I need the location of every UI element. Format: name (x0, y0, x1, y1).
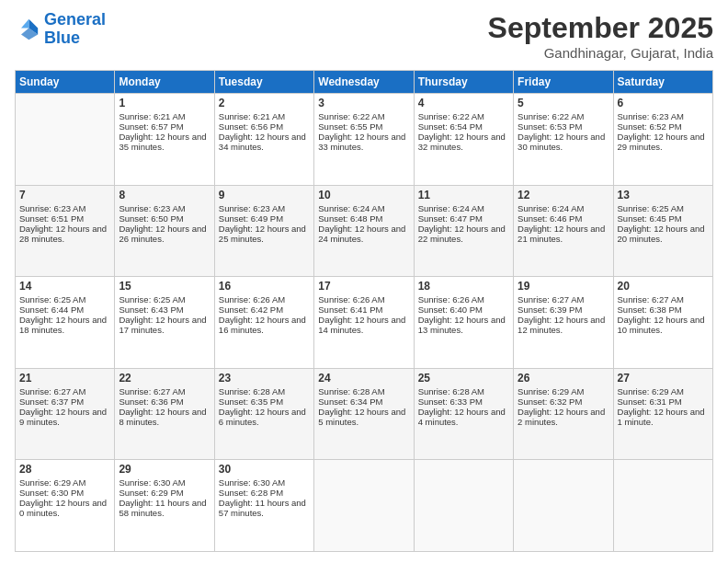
calendar-header-row: Sunday Monday Tuesday Wednesday Thursday… (16, 71, 713, 94)
sunrise-text: Sunrise: 6:27 AM (618, 294, 684, 304)
sunrise-text: Sunrise: 6:28 AM (318, 386, 384, 396)
table-row (414, 460, 513, 552)
col-saturday: Saturday (613, 71, 712, 94)
sunrise-text: Sunrise: 6:29 AM (518, 386, 584, 396)
daylight-text: Daylight: 12 hours and 30 minutes. (518, 132, 605, 152)
sunset-text: Sunset: 6:43 PM (119, 304, 183, 315)
table-row: 5Sunrise: 6:22 AMSunset: 6:53 PMDaylight… (514, 94, 613, 186)
table-row: 7Sunrise: 6:23 AMSunset: 6:51 PMDaylight… (16, 185, 115, 277)
daylight-text: Daylight: 11 hours and 57 minutes. (219, 498, 306, 518)
daylight-text: Daylight: 12 hours and 12 minutes. (518, 315, 605, 335)
table-row: 1Sunrise: 6:21 AMSunset: 6:57 PMDaylight… (115, 94, 214, 186)
daylight-text: Daylight: 12 hours and 1 minute. (618, 407, 705, 427)
calendar-week-row: 14Sunrise: 6:25 AMSunset: 6:44 PMDayligh… (16, 277, 713, 369)
table-row: 11Sunrise: 6:24 AMSunset: 6:47 PMDayligh… (414, 185, 513, 277)
daylight-text: Daylight: 12 hours and 6 minutes. (219, 407, 306, 427)
calendar-week-row: 21Sunrise: 6:27 AMSunset: 6:37 PMDayligh… (16, 368, 713, 460)
svg-marker-1 (21, 19, 28, 29)
sunrise-text: Sunrise: 6:23 AM (219, 203, 285, 213)
day-number: 10 (318, 189, 409, 201)
daylight-text: Daylight: 11 hours and 58 minutes. (119, 498, 206, 518)
sunrise-text: Sunrise: 6:22 AM (518, 111, 584, 121)
sunset-text: Sunset: 6:50 PM (119, 213, 183, 224)
daylight-text: Daylight: 12 hours and 18 minutes. (19, 315, 107, 335)
sunrise-text: Sunrise: 6:25 AM (19, 294, 85, 304)
day-number: 2 (219, 97, 310, 109)
table-row: 29Sunrise: 6:30 AMSunset: 6:29 PMDayligh… (115, 460, 214, 552)
sunset-text: Sunset: 6:56 PM (219, 121, 283, 132)
sunrise-text: Sunrise: 6:27 AM (119, 386, 185, 396)
table-row: 25Sunrise: 6:28 AMSunset: 6:33 PMDayligh… (414, 368, 513, 460)
col-sunday: Sunday (16, 71, 115, 94)
day-number: 21 (19, 372, 110, 385)
sunset-text: Sunset: 6:39 PM (518, 304, 582, 315)
table-row: 6Sunrise: 6:23 AMSunset: 6:52 PMDaylight… (613, 94, 712, 186)
col-friday: Friday (514, 71, 613, 94)
table-row: 15Sunrise: 6:25 AMSunset: 6:43 PMDayligh… (115, 277, 214, 369)
page: General Blue September 2025 Gandhinagar,… (0, 0, 728, 563)
sunset-text: Sunset: 6:29 PM (119, 488, 183, 498)
table-row (613, 460, 712, 552)
sunrise-text: Sunrise: 6:24 AM (518, 203, 584, 213)
sunrise-text: Sunrise: 6:27 AM (518, 294, 584, 304)
daylight-text: Daylight: 12 hours and 34 minutes. (219, 132, 306, 152)
sunrise-text: Sunrise: 6:24 AM (418, 203, 484, 213)
day-number: 20 (618, 280, 709, 293)
table-row: 10Sunrise: 6:24 AMSunset: 6:48 PMDayligh… (314, 185, 414, 277)
sunset-text: Sunset: 6:28 PM (219, 488, 283, 498)
sunrise-text: Sunrise: 6:27 AM (19, 386, 85, 396)
day-number: 6 (618, 97, 709, 109)
sunset-text: Sunset: 6:55 PM (318, 121, 382, 132)
sunrise-text: Sunrise: 6:22 AM (418, 111, 484, 121)
table-row: 22Sunrise: 6:27 AMSunset: 6:36 PMDayligh… (115, 368, 214, 460)
day-number: 18 (418, 280, 509, 293)
table-row: 26Sunrise: 6:29 AMSunset: 6:32 PMDayligh… (514, 368, 613, 460)
daylight-text: Daylight: 12 hours and 13 minutes. (418, 315, 506, 335)
sunset-text: Sunset: 6:36 PM (119, 396, 183, 407)
table-row: 13Sunrise: 6:25 AMSunset: 6:45 PMDayligh… (613, 185, 712, 277)
day-number: 28 (19, 463, 110, 476)
calendar-week-row: 28Sunrise: 6:29 AMSunset: 6:30 PMDayligh… (16, 460, 713, 552)
sunset-text: Sunset: 6:44 PM (19, 304, 84, 315)
sunrise-text: Sunrise: 6:21 AM (119, 111, 185, 121)
table-row: 2Sunrise: 6:21 AMSunset: 6:56 PMDaylight… (214, 94, 313, 186)
table-row: 24Sunrise: 6:28 AMSunset: 6:34 PMDayligh… (314, 368, 414, 460)
daylight-text: Daylight: 12 hours and 17 minutes. (119, 315, 206, 335)
table-row: 27Sunrise: 6:29 AMSunset: 6:31 PMDayligh… (613, 368, 712, 460)
daylight-text: Daylight: 12 hours and 32 minutes. (418, 132, 506, 152)
sunrise-text: Sunrise: 6:29 AM (19, 477, 85, 488)
logo-line1: General (44, 10, 106, 29)
logo-icon (15, 17, 40, 42)
day-number: 25 (418, 372, 509, 385)
daylight-text: Daylight: 12 hours and 20 minutes. (618, 224, 705, 244)
col-monday: Monday (115, 71, 214, 94)
sunset-text: Sunset: 6:35 PM (219, 396, 283, 407)
day-number: 26 (518, 372, 609, 385)
table-row: 4Sunrise: 6:22 AMSunset: 6:54 PMDaylight… (414, 94, 513, 186)
sunset-text: Sunset: 6:32 PM (518, 396, 582, 407)
sunset-text: Sunset: 6:40 PM (418, 304, 483, 315)
col-wednesday: Wednesday (314, 71, 414, 94)
sunset-text: Sunset: 6:54 PM (418, 121, 483, 132)
header: General Blue September 2025 Gandhinagar,… (15, 11, 713, 61)
day-number: 12 (518, 189, 609, 201)
daylight-text: Daylight: 12 hours and 14 minutes. (318, 315, 405, 335)
table-row: 8Sunrise: 6:23 AMSunset: 6:50 PMDaylight… (115, 185, 214, 277)
sunrise-text: Sunrise: 6:26 AM (418, 294, 484, 304)
table-row: 23Sunrise: 6:28 AMSunset: 6:35 PMDayligh… (214, 368, 313, 460)
table-row: 12Sunrise: 6:24 AMSunset: 6:46 PMDayligh… (514, 185, 613, 277)
day-number: 5 (518, 97, 609, 109)
logo-text: General Blue (44, 11, 106, 48)
sunset-text: Sunset: 6:53 PM (518, 121, 582, 132)
sunset-text: Sunset: 6:31 PM (618, 396, 682, 407)
day-number: 13 (618, 189, 709, 201)
sunrise-text: Sunrise: 6:30 AM (219, 477, 285, 488)
day-number: 17 (318, 280, 409, 293)
sunrise-text: Sunrise: 6:28 AM (418, 386, 484, 396)
sunrise-text: Sunrise: 6:23 AM (119, 203, 185, 213)
sunset-text: Sunset: 6:41 PM (318, 304, 382, 315)
sunset-text: Sunset: 6:42 PM (219, 304, 283, 315)
day-number: 27 (618, 372, 709, 385)
day-number: 7 (19, 189, 110, 201)
table-row: 14Sunrise: 6:25 AMSunset: 6:44 PMDayligh… (16, 277, 115, 369)
